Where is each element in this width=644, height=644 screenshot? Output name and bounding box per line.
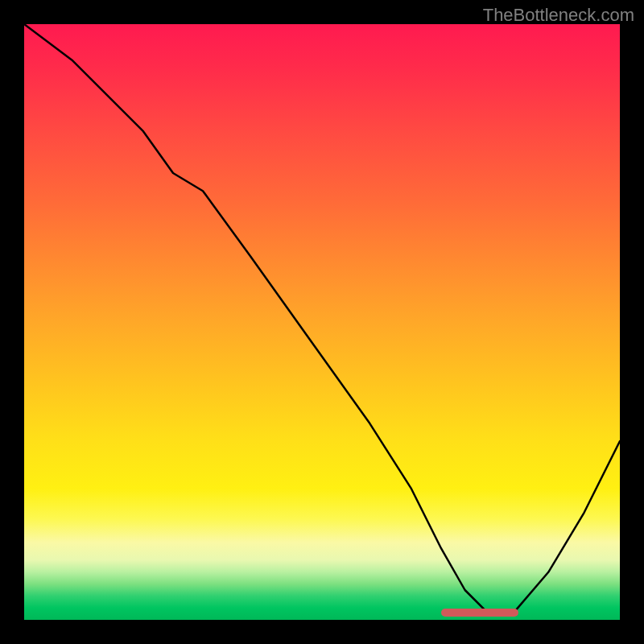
watermark-text: TheBottleneck.com xyxy=(483,5,634,26)
chart-plot-area xyxy=(24,24,620,620)
optimal-range-marker xyxy=(441,609,518,617)
bottleneck-curve xyxy=(24,24,620,620)
